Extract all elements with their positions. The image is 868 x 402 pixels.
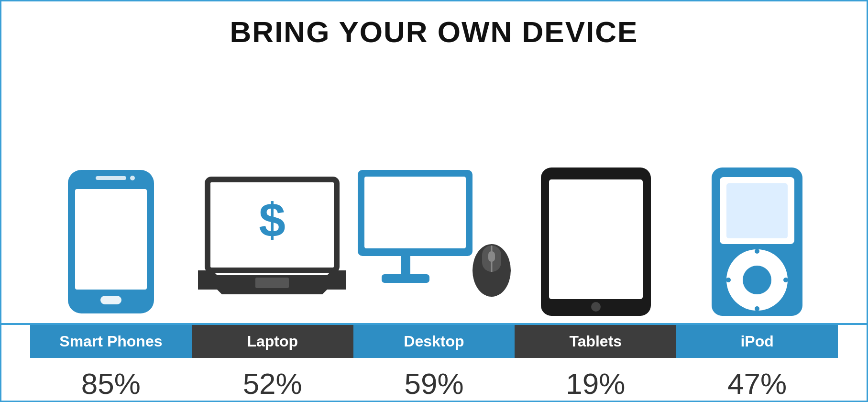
smartphone-percentage: 85% xyxy=(81,367,141,401)
desktop-icon xyxy=(353,160,516,323)
svg-rect-22 xyxy=(726,183,788,238)
labels-row: Smart Phones 85% Laptop 52% Desktop 59% … xyxy=(1,325,867,401)
label-col-desktop: Desktop 59% xyxy=(353,325,515,401)
svg-rect-8 xyxy=(255,278,289,288)
laptop-label: Laptop xyxy=(192,325,353,358)
devices-row: $ xyxy=(1,54,867,323)
svg-point-19 xyxy=(591,302,601,312)
tablet-label: Tablets xyxy=(515,325,676,358)
device-col-smartphone xyxy=(30,160,191,323)
svg-point-24 xyxy=(743,266,771,294)
svg-rect-2 xyxy=(96,176,126,180)
smartphone-icon xyxy=(63,160,159,323)
device-col-ipod xyxy=(677,160,838,323)
laptop-icon: $ xyxy=(198,160,346,323)
desktop-percentage: 59% xyxy=(404,367,463,401)
svg-rect-12 xyxy=(382,274,429,283)
label-col-tablet: Tablets 19% xyxy=(515,325,676,401)
svg-point-3 xyxy=(130,176,135,180)
tablet-icon xyxy=(538,160,653,323)
desktop-label: Desktop xyxy=(353,325,515,358)
device-col-tablet xyxy=(516,160,677,323)
svg-point-25 xyxy=(755,249,759,254)
label-col-smartphone: Smart Phones 85% xyxy=(30,325,192,401)
smartphone-label: Smart Phones xyxy=(30,325,192,358)
main-container: BRING YOUR OWN DEVICE xyxy=(0,0,868,402)
label-col-ipod: iPod 47% xyxy=(676,325,838,401)
label-col-laptop: Laptop 52% xyxy=(192,325,353,401)
ipod-percentage: 47% xyxy=(727,367,787,401)
svg-point-28 xyxy=(783,278,788,282)
svg-rect-11 xyxy=(401,256,410,275)
device-col-desktop xyxy=(353,160,516,323)
svg-point-26 xyxy=(755,306,759,311)
ipod-icon xyxy=(709,160,805,323)
svg-rect-1 xyxy=(75,189,147,290)
page-title: BRING YOUR OWN DEVICE xyxy=(230,15,638,49)
svg-rect-18 xyxy=(549,179,643,299)
svg-rect-10 xyxy=(364,177,466,248)
ipod-label: iPod xyxy=(676,325,838,358)
laptop-percentage: 52% xyxy=(243,367,302,401)
svg-text:$: $ xyxy=(259,193,286,247)
svg-rect-16 xyxy=(488,251,495,262)
tablet-percentage: 19% xyxy=(566,367,625,401)
svg-rect-4 xyxy=(100,296,121,304)
svg-point-27 xyxy=(726,278,731,282)
device-col-laptop: $ xyxy=(191,160,352,323)
